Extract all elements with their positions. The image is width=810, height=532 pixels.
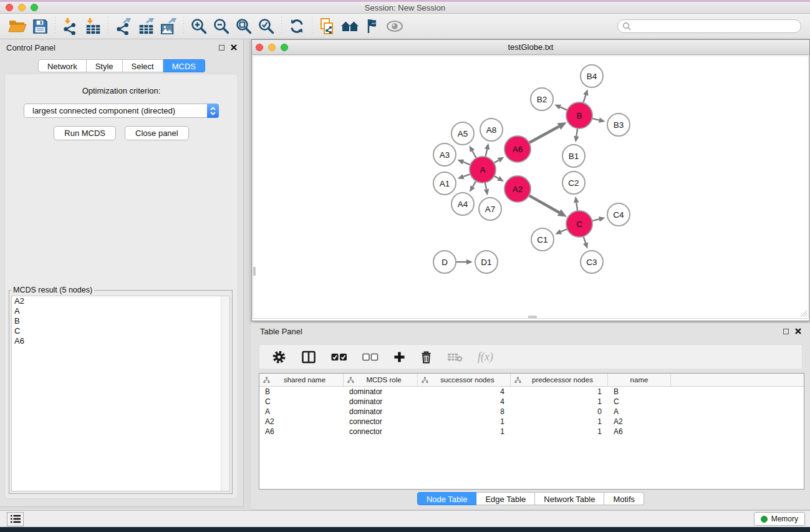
control-panel-tabs: NetworkStyleSelectMCDS — [0, 59, 243, 72]
memory-label: Memory — [771, 515, 798, 523]
graph-edge-B-B2[interactable] — [560, 107, 567, 110]
canvas-horizontal-scroll-mark[interactable] — [528, 316, 537, 318]
unchecked-boxes-icon — [362, 353, 378, 361]
graph-edge-B-B4[interactable] — [583, 95, 586, 102]
table-panel-title: Table Panel — [260, 327, 302, 336]
resize-grip-icon[interactable] — [799, 309, 808, 317]
graph-edge-A-A3[interactable] — [463, 162, 471, 165]
graph-edge-arrowhead — [583, 242, 588, 249]
home-icon — [340, 18, 359, 34]
graph-edge-arrowhead — [485, 143, 489, 150]
graph-edge-C-C4[interactable] — [592, 219, 599, 221]
memory-button[interactable]: Memory — [754, 512, 805, 526]
add-column-button[interactable] — [393, 351, 405, 363]
zoom-in-button[interactable] — [188, 16, 210, 36]
task-history-button[interactable] — [7, 512, 24, 526]
result-list-item[interactable]: A — [12, 306, 229, 316]
open-session-button[interactable] — [6, 16, 29, 36]
result-list-item[interactable]: C — [12, 326, 229, 336]
graph-edge-A-A1[interactable] — [463, 174, 470, 177]
zoom-out-button[interactable] — [210, 16, 233, 36]
eye-icon — [385, 19, 404, 33]
table-row[interactable]: A6connector11A6 — [259, 427, 804, 437]
criterion-dropdown[interactable]: largest connected component (directed) — [24, 104, 219, 118]
table-cell: dominator — [344, 407, 418, 416]
graph-edge-B-B1[interactable] — [576, 128, 577, 137]
tab-style[interactable]: Style — [87, 59, 123, 72]
column-header-predecessor-nodes[interactable]: predecessor nodes — [511, 374, 608, 386]
float-table-panel-icon[interactable] — [783, 329, 789, 334]
tab-network[interactable]: Network — [38, 59, 87, 72]
graph-edge-arrowhead — [457, 160, 464, 165]
close-panel-button[interactable]: Close panel — [125, 126, 189, 140]
result-list-item[interactable]: A6 — [12, 336, 229, 346]
import-network-button[interactable] — [59, 16, 82, 36]
graph-edge-A2-C[interactable] — [529, 195, 559, 212]
settings-gear-button[interactable] — [272, 350, 286, 364]
export-image-button[interactable] — [157, 16, 180, 36]
graph-edge-C-C3[interactable] — [584, 236, 586, 243]
table-cell: C — [259, 397, 344, 406]
run-mcds-button[interactable]: Run MCDS — [54, 126, 116, 140]
table-cell: A — [259, 407, 344, 416]
graph-edge-A6-B[interactable] — [529, 127, 559, 143]
table-row[interactable]: Cdominator41C — [259, 397, 804, 407]
import-table-button[interactable] — [82, 16, 104, 36]
graph-edge-A-A2[interactable] — [494, 176, 498, 178]
table-row[interactable]: A2connector11A2 — [259, 417, 804, 427]
home-button[interactable] — [339, 16, 361, 36]
graph-edge-B-B3[interactable] — [592, 118, 599, 120]
graph-edge-C-C1[interactable] — [561, 229, 567, 231]
table-cell: 0 — [511, 407, 608, 416]
tab-motifs[interactable]: Motifs — [604, 492, 644, 505]
delete-column-button[interactable] — [420, 351, 432, 364]
tab-network-table[interactable]: Network Table — [535, 492, 604, 505]
save-session-button[interactable] — [29, 16, 51, 36]
export-network-button[interactable] — [112, 16, 135, 36]
tab-select[interactable]: Select — [123, 59, 163, 72]
export-table-button[interactable] — [135, 16, 157, 36]
graph-edge-C-C2[interactable] — [576, 203, 577, 211]
search-input[interactable] — [617, 19, 801, 33]
label-visibility-button[interactable] — [361, 16, 383, 36]
tab-edge-table[interactable]: Edge Table — [476, 492, 535, 505]
graph-node-label: A7 — [485, 205, 496, 214]
refresh-button[interactable] — [286, 16, 308, 36]
graph-edge-A-A6[interactable] — [494, 160, 499, 163]
delete-table-button[interactable] — [447, 352, 463, 362]
graph-node-label: C3 — [586, 258, 597, 267]
canvas-vertical-scroll-mark[interactable] — [253, 267, 256, 276]
close-table-panel-icon[interactable] — [795, 328, 801, 334]
zoom-selected-button[interactable] — [255, 16, 277, 36]
network-canvas[interactable]: B4B2BB3A5A8A6B1A3AC2A1A2A4A7C4CC1C3DD1 — [253, 56, 809, 319]
result-list-item[interactable]: B — [12, 316, 229, 326]
select-all-columns-button[interactable] — [331, 353, 347, 361]
graph-edge-A-A8[interactable] — [485, 149, 487, 157]
result-list-scrollbar[interactable] — [221, 296, 229, 491]
eye-button[interactable] — [383, 16, 406, 36]
graph-edge-A-A5[interactable] — [472, 151, 476, 158]
network-window-titlebar[interactable]: testGlobe.txt — [252, 40, 809, 55]
close-panel-icon[interactable] — [231, 44, 237, 51]
graph-edge-arrowhead — [574, 136, 579, 142]
tab-node-table[interactable]: Node Table — [417, 492, 477, 505]
table-row[interactable]: Bdominator41B — [259, 387, 804, 397]
graph-edge-A-A4[interactable] — [473, 181, 476, 186]
function-builder-button[interactable]: f(x) — [478, 351, 493, 364]
table-cell: 1 — [511, 417, 608, 426]
result-list-item[interactable]: A2 — [12, 296, 229, 306]
mcds-result-list[interactable]: A2ABCA6 — [11, 296, 230, 491]
column-header-name[interactable]: name — [608, 374, 671, 386]
split-columns-button[interactable] — [301, 351, 316, 364]
table-row[interactable]: Adominator80A — [259, 407, 804, 417]
graph-edge-A-A7[interactable] — [485, 183, 486, 190]
trash-icon — [420, 351, 432, 364]
column-header-successor-nodes[interactable]: successor nodes — [418, 374, 511, 386]
column-header-MCDS-role[interactable]: MCDS role — [344, 374, 418, 386]
tab-mcds[interactable]: MCDS — [163, 59, 205, 72]
deselect-all-columns-button[interactable] — [362, 353, 378, 361]
float-panel-icon[interactable] — [219, 45, 224, 51]
column-header-shared-name[interactable]: shared name — [259, 374, 344, 386]
zoom-fit-button[interactable] — [233, 16, 255, 36]
clone-network-button[interactable] — [316, 16, 339, 36]
